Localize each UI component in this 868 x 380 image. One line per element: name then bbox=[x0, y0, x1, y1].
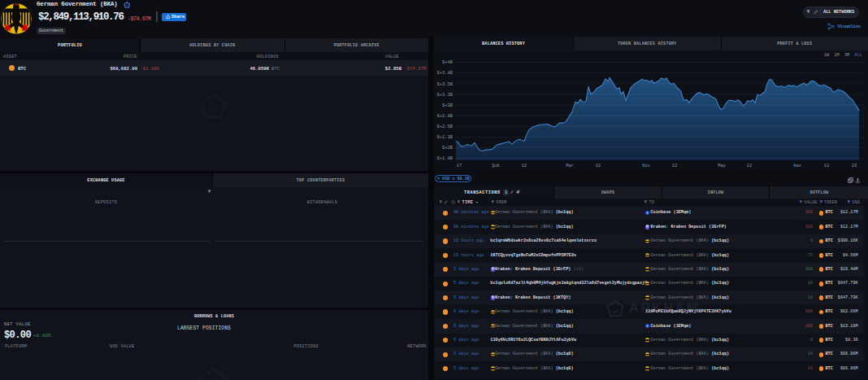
svg-text:12: 12 bbox=[522, 164, 527, 168]
svg-text:12: 12 bbox=[672, 164, 677, 168]
svg-text:$+2.8B: $+2.8B bbox=[437, 114, 454, 119]
svg-text:$+2.5B: $+2.5B bbox=[437, 124, 454, 129]
svg-text:$+2.3B: $+2.3B bbox=[437, 135, 454, 140]
svg-text:12: 12 bbox=[747, 164, 752, 168]
svg-text:$+1.8B: $+1.8B bbox=[437, 156, 454, 161]
svg-text:$+3.3B: $+3.3B bbox=[437, 93, 454, 98]
svg-text:Şub: Şub bbox=[492, 164, 500, 168]
svg-text:Mar: Mar bbox=[566, 164, 574, 168]
svg-text:$+3.5B: $+3.5B bbox=[437, 82, 454, 87]
svg-text:May: May bbox=[718, 164, 726, 168]
svg-text:$+3.8B: $+3.8B bbox=[437, 71, 454, 76]
svg-text:$+4B: $+4B bbox=[442, 60, 454, 65]
svg-text:12: 12 bbox=[596, 164, 601, 168]
svg-text:12: 12 bbox=[824, 164, 829, 168]
svg-text:$+2B: $+2B bbox=[442, 146, 454, 151]
svg-text:23: 23 bbox=[852, 164, 857, 168]
svg-text:17: 17 bbox=[457, 164, 462, 168]
svg-text:Nis: Nis bbox=[642, 164, 650, 168]
svg-text:$+3B: $+3B bbox=[442, 103, 454, 108]
svg-text:Haz: Haz bbox=[793, 164, 801, 168]
